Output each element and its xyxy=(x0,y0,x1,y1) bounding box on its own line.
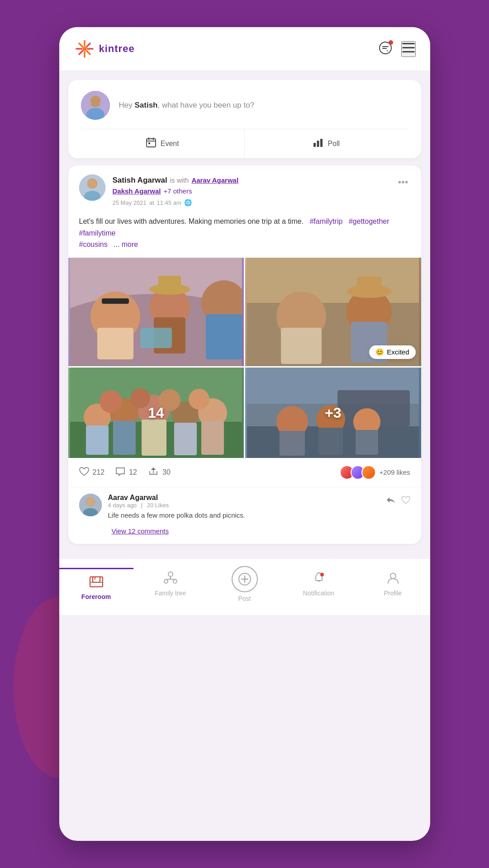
event-label: Event xyxy=(161,140,179,148)
svg-line-6 xyxy=(86,43,90,47)
post-image-2[interactable]: 😊 Excited xyxy=(245,258,421,366)
comment-text: Life needs a few more polka dots and pic… xyxy=(108,511,410,519)
svg-rect-54 xyxy=(86,425,109,455)
share-stat-icon xyxy=(148,467,159,478)
notification-bell xyxy=(312,571,326,587)
poll-button[interactable]: Poll xyxy=(245,129,408,158)
nav-notification[interactable]: Notification xyxy=(282,571,356,597)
event-icon xyxy=(146,137,156,150)
event-button[interactable]: Event xyxy=(81,129,245,158)
post-card: Satish Agarwal is with Aarav Agarwal Dak… xyxy=(68,165,421,544)
shares-count: 30 xyxy=(162,468,171,476)
post-image-3[interactable]: 14 xyxy=(68,368,244,458)
svg-rect-38 xyxy=(158,276,181,292)
post-image-1[interactable] xyxy=(68,258,244,366)
family-tree-label: Family tree xyxy=(155,590,186,597)
svg-rect-22 xyxy=(313,143,316,147)
hashtag-3[interactable]: #familytime xyxy=(79,229,116,237)
liker-avatar-3 xyxy=(361,465,376,480)
tagged-person-2[interactable]: Daksh Agarwal xyxy=(113,186,161,197)
svg-point-85 xyxy=(168,572,173,576)
emotion-label: Excited xyxy=(387,348,409,356)
user-name: Satish xyxy=(134,101,157,109)
svg-rect-17 xyxy=(147,139,156,147)
svg-rect-50 xyxy=(356,277,382,294)
logo-icon xyxy=(74,38,95,60)
heart-stat-icon xyxy=(79,467,89,478)
header-actions xyxy=(379,41,416,57)
others-link[interactable]: +7 others xyxy=(164,186,192,197)
comment-preview: Aarav Agarwal 4 days ago | 20 Likes xyxy=(68,487,421,544)
more-link[interactable]: more xyxy=(122,241,138,248)
at-text: at xyxy=(149,198,154,208)
notification-dot xyxy=(389,40,393,45)
comment-author-name: Aarav Agarwal xyxy=(108,494,158,501)
likes-count: 212 xyxy=(93,468,105,476)
nav-profile[interactable]: Profile xyxy=(356,571,430,597)
svg-rect-44 xyxy=(247,258,419,303)
hashtag-2[interactable]: #gettogether xyxy=(349,217,389,225)
comments-stat[interactable]: 12 xyxy=(115,467,137,478)
comment-heart-icon[interactable] xyxy=(401,496,410,506)
family-tree-icon xyxy=(163,571,178,587)
chat-button[interactable] xyxy=(379,41,392,57)
svg-rect-23 xyxy=(317,141,319,147)
svg-point-80 xyxy=(86,498,95,506)
nav-foreroom[interactable]: Foreroom xyxy=(59,568,133,600)
post-body: Let's fill our lives with adventures. Ma… xyxy=(79,217,304,225)
hashtag-4[interactable]: #cousins xyxy=(79,241,108,248)
svg-rect-62 xyxy=(201,421,224,455)
feed: Satish Agarwal is with Aarav Agarwal Dak… xyxy=(59,158,430,558)
foreroom-icon xyxy=(89,575,104,590)
img-count-2: +3 xyxy=(325,404,341,420)
svg-rect-41 xyxy=(140,328,172,348)
emotion-badge: 😊 Excited xyxy=(369,345,415,359)
svg-rect-10 xyxy=(402,43,415,44)
profile-label: Profile xyxy=(384,590,402,597)
post-image-4[interactable]: +3 xyxy=(245,368,421,458)
svg-point-66 xyxy=(189,389,209,410)
svg-rect-74 xyxy=(318,428,343,455)
view-comments-link[interactable]: View 12 comments xyxy=(79,527,410,535)
svg-point-64 xyxy=(130,388,150,408)
svg-rect-33 xyxy=(97,328,133,359)
svg-line-4 xyxy=(79,43,83,47)
post-stats: 212 12 xyxy=(68,458,421,487)
post-label: Post xyxy=(238,595,251,602)
bottom-navigation: Foreroom Family tree xyxy=(59,558,430,615)
post-more-button[interactable]: ••• xyxy=(396,175,410,190)
svg-point-28 xyxy=(88,179,97,188)
post-creator: Hey Satish, what have you been up to? Ev… xyxy=(68,80,421,158)
tagged-person-1[interactable]: Aarav Agarwal xyxy=(191,175,238,186)
shares-stat[interactable]: 30 xyxy=(148,467,171,478)
poll-label: Poll xyxy=(328,140,340,148)
svg-rect-60 xyxy=(174,423,197,455)
svg-line-5 xyxy=(86,51,90,54)
post-time: 11:45 am xyxy=(157,198,181,208)
svg-rect-82 xyxy=(93,577,100,582)
svg-rect-12 xyxy=(402,51,415,52)
svg-rect-58 xyxy=(142,420,166,456)
svg-point-95 xyxy=(320,573,324,576)
post-date: 25 May 2021 xyxy=(113,198,147,208)
creator-prompt[interactable]: Hey Satish, what have you been up to? xyxy=(119,101,255,110)
svg-rect-83 xyxy=(94,577,96,580)
nav-post[interactable]: Post xyxy=(208,566,282,602)
nav-family-tree[interactable]: Family tree xyxy=(133,571,208,597)
comment-time: 4 days ago xyxy=(108,502,137,509)
svg-rect-40 xyxy=(206,314,242,359)
is-with-text: is with xyxy=(170,175,189,186)
likes-summary: +209 likes xyxy=(340,465,410,480)
post-author-avatar xyxy=(79,175,105,201)
svg-rect-56 xyxy=(113,421,136,455)
reply-icon[interactable] xyxy=(386,496,396,506)
menu-button[interactable] xyxy=(401,41,416,57)
likes-stat[interactable]: 212 xyxy=(79,467,105,478)
svg-rect-11 xyxy=(402,47,415,48)
img-count-1: 14 xyxy=(148,404,164,420)
hashtag-1[interactable]: #familytrip xyxy=(309,217,342,225)
post-add-button[interactable] xyxy=(232,566,258,592)
svg-point-16 xyxy=(90,96,100,106)
commenter-avatar xyxy=(79,494,102,516)
svg-point-8 xyxy=(83,47,86,51)
